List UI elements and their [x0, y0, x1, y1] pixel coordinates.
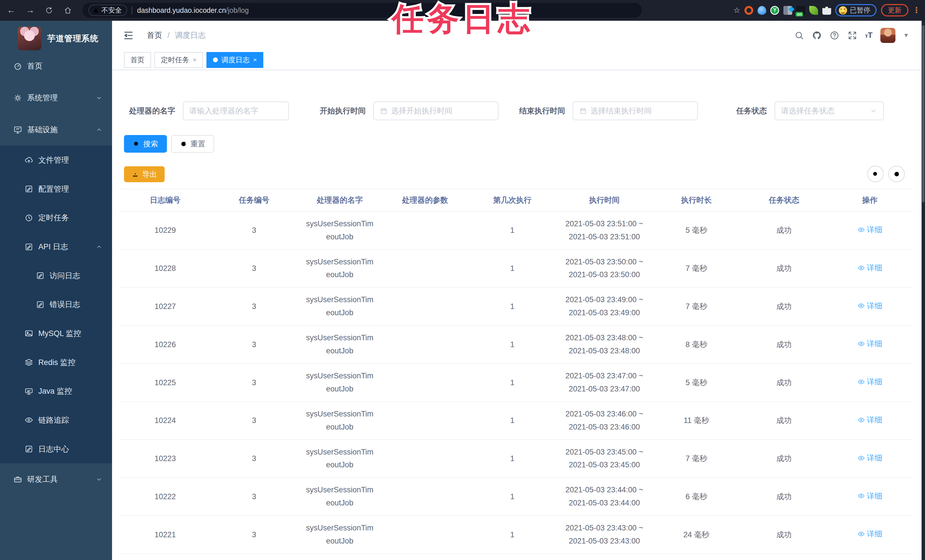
detail-link[interactable]: 详细: [857, 375, 882, 388]
search-icon[interactable]: [794, 30, 804, 41]
avatar-caret-down-icon[interactable]: ▼: [903, 32, 909, 39]
user-avatar[interactable]: [880, 28, 896, 43]
reset-button[interactable]: 重置: [171, 135, 214, 153]
detail-link[interactable]: 详细: [857, 490, 882, 502]
sidebar-item-配置管理[interactable]: 配置管理: [0, 175, 112, 203]
detail-link[interactable]: 详细: [857, 262, 882, 274]
bookmark-star-icon[interactable]: ☆: [733, 6, 740, 15]
chevron-down-icon: [869, 107, 877, 115]
warning-icon: [93, 7, 99, 14]
address-bar[interactable]: 不安全 dashboard.yudao.iocoder.cn/job/log: [83, 3, 642, 18]
breadcrumb: 首页 / 调度日志: [147, 30, 206, 41]
job-status-cell: 成功: [741, 224, 827, 236]
tab-close-icon[interactable]: ×: [253, 56, 257, 64]
browser-back-icon[interactable]: ←: [3, 3, 19, 18]
sidebar-item-访问日志[interactable]: 访问日志: [0, 261, 112, 290]
sidebar-item-基础设施[interactable]: 基础设施: [0, 114, 112, 146]
table-row: 102203sysUserSessionTimeoutJob12021-05-0…: [119, 554, 913, 560]
browser-home-icon[interactable]: [60, 3, 75, 18]
cloud-icon: [24, 156, 33, 165]
sidebar-item-文件管理[interactable]: 文件管理: [0, 146, 112, 175]
filter-label: 开始执行时间: [319, 106, 366, 116]
refresh-table-icon[interactable]: [888, 166, 905, 182]
sidebar-item-错误日志[interactable]: 错误日志: [0, 290, 112, 319]
extension-leaf-icon[interactable]: [809, 6, 818, 15]
filter-input[interactable]: 请输入处理器的名字: [183, 101, 289, 120]
exec-duration-cell: 7 毫秒: [651, 300, 741, 313]
detail-link-label: 详细: [867, 528, 882, 540]
exec-time-cell: 2021-05-03 23:43:00 ~2021-05-03 23:43:00: [557, 522, 651, 548]
extension-grid-icon[interactable]: [783, 6, 792, 15]
font-size-icon[interactable]: тT: [865, 31, 873, 40]
sidebar-item-首页[interactable]: 首页: [0, 50, 112, 82]
export-button[interactable]: 导出: [124, 166, 165, 182]
sidebar-item-系统管理[interactable]: 系统管理: [0, 82, 112, 114]
sidebar-item-研发工具[interactable]: 研发工具: [0, 463, 112, 495]
filter-input[interactable]: 选择开始执行时间: [374, 101, 499, 120]
scrollbar-thumb[interactable]: [922, 25, 924, 202]
github-icon[interactable]: [812, 30, 822, 41]
detail-link[interactable]: 详细: [857, 223, 882, 236]
exec-time-cell: 2021-05-03 23:45:00 ~2021-05-03 23:45:00: [557, 446, 651, 472]
extension-on-switch-icon[interactable]: [796, 6, 805, 15]
paused-badge[interactable]: 已暂停: [835, 4, 877, 17]
sidebar-item-定时任务[interactable]: 定时任务: [0, 203, 112, 233]
detail-link[interactable]: 详细: [857, 452, 882, 464]
job-status-cell: 成功: [741, 376, 827, 389]
fullscreen-icon[interactable]: [847, 30, 857, 41]
operation-cell: 详细: [827, 337, 913, 351]
browser-forward-icon[interactable]: →: [23, 3, 38, 18]
browser-menu-icon[interactable]: ⋮: [913, 6, 920, 15]
job-id-cell: 3: [211, 490, 297, 503]
tab-调度日志[interactable]: 调度日志×: [206, 52, 263, 68]
job-status-cell: 成功: [741, 300, 827, 313]
overlay-annotation-title: 任务日志 任务日志: [392, 0, 533, 41]
extension-green-y-icon[interactable]: [770, 6, 779, 15]
sidebar-item-label: 基础设施: [27, 125, 58, 135]
exec-count-cell: 1: [467, 376, 557, 389]
operation-cell: 详细: [827, 300, 913, 313]
sidebar-item-java-监控[interactable]: Java 监控: [0, 377, 112, 406]
detail-link[interactable]: 详细: [857, 300, 882, 312]
tab-首页[interactable]: 首页: [124, 52, 151, 68]
site-security-chip[interactable]: 不安全: [89, 5, 127, 16]
table-body: 102293sysUserSessionTimeoutJob12021-05-0…: [119, 212, 913, 560]
sidebar-fold-icon[interactable]: [123, 30, 134, 41]
sidebar-item-label: 定时任务: [38, 213, 69, 223]
toggle-search-icon[interactable]: [867, 166, 884, 182]
app-logo-row[interactable]: 芋道管理系统: [0, 21, 112, 51]
job-id-cell: 3: [211, 452, 297, 465]
search-button[interactable]: 搜索: [124, 135, 167, 153]
detail-link[interactable]: 详细: [857, 528, 882, 540]
dashboard-icon: [13, 62, 23, 71]
exec-count-cell: 1: [467, 338, 557, 351]
extensions-puzzle-icon[interactable]: [823, 6, 831, 15]
table-row: 102273sysUserSessionTimeoutJob12021-05-0…: [119, 288, 913, 326]
page-scrollbar[interactable]: [922, 21, 925, 560]
detail-link[interactable]: 详细: [857, 337, 882, 350]
extension-orange-ring-icon[interactable]: [744, 6, 753, 15]
extension-blue-drop-icon[interactable]: [758, 6, 766, 15]
sidebar-item-redis-监控[interactable]: Redis 监控: [0, 348, 112, 377]
sidebar-item-label: 首页: [27, 61, 42, 71]
detail-link[interactable]: 详细: [857, 414, 882, 426]
tab-定时任务[interactable]: 定时任务×: [154, 52, 203, 68]
eye-icon: [857, 302, 865, 310]
filter-input[interactable]: 选择结束执行时间: [573, 101, 698, 120]
filter-select[interactable]: 请选择任务状态: [774, 101, 884, 120]
breadcrumb-home[interactable]: 首页: [147, 30, 163, 41]
help-icon[interactable]: [829, 30, 839, 41]
browser-reload-icon[interactable]: [41, 3, 57, 18]
browser-update-button[interactable]: 更新: [881, 4, 908, 17]
monitor-icon: [13, 125, 23, 134]
app-title: 芋道管理系统: [47, 33, 98, 44]
tab-close-icon[interactable]: ×: [193, 56, 196, 64]
sidebar-item-链路追踪[interactable]: 链路追踪: [0, 406, 112, 435]
edit-icon: [24, 242, 33, 251]
url-text: dashboard.yudao.iocoder.cn/job/log: [137, 6, 249, 15]
column-header: 任务编号: [211, 194, 297, 206]
exec-duration-cell: 7 毫秒: [651, 452, 741, 465]
sidebar-item-日志中心[interactable]: 日志中心: [0, 435, 112, 464]
sidebar-item-api-日志[interactable]: API 日志: [0, 232, 112, 261]
sidebar-item-mysql-监控[interactable]: MySQL 监控: [0, 319, 112, 348]
